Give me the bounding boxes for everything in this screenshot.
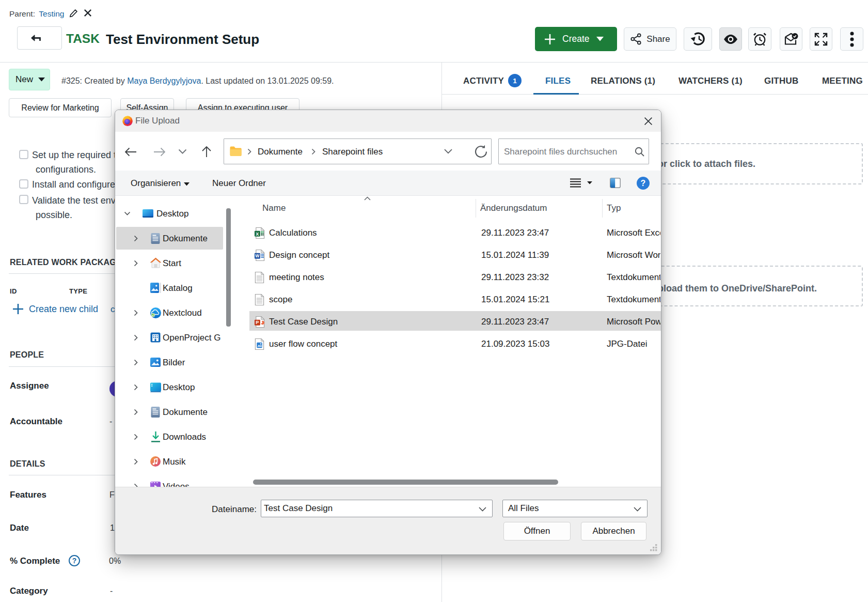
svg-text:X: X (256, 231, 259, 236)
svg-text:P: P (256, 320, 259, 325)
svg-text:W: W (255, 253, 260, 258)
